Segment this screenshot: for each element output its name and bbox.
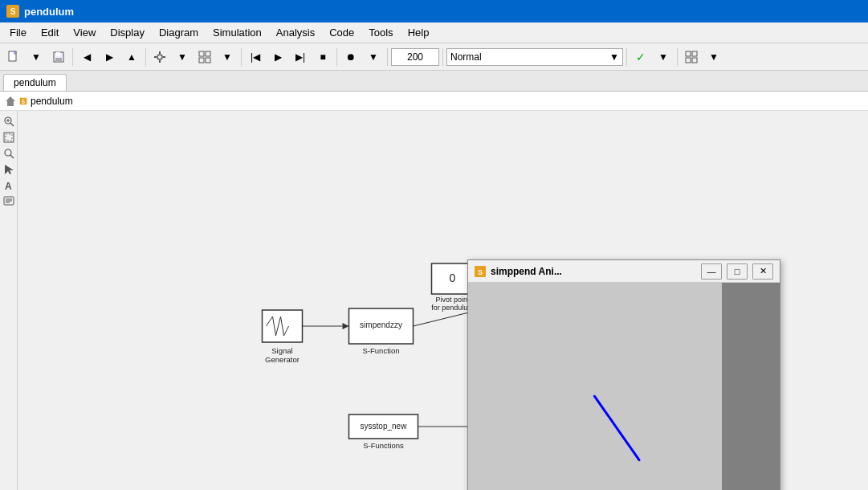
svg-text:S: S [478, 268, 483, 276]
sim-time-input[interactable] [391, 48, 439, 66]
tab-pendulum[interactable]: pendulum [3, 74, 67, 91]
svg-marker-19 [6, 96, 15, 106]
blocks-button[interactable] [194, 47, 215, 67]
blocks-dropdown[interactable]: ▼ [217, 47, 238, 67]
svg-text:Pivot point: Pivot point [435, 296, 470, 304]
toolbar-sep-7 [626, 48, 627, 66]
settings-button[interactable] [149, 47, 170, 67]
menu-edit[interactable]: Edit [35, 25, 65, 40]
svg-rect-17 [686, 58, 691, 63]
svg-rect-10 [163, 56, 165, 58]
svg-rect-40 [349, 308, 414, 344]
popup-titlebar: S simppend Ani... — □ ✕ [468, 260, 780, 283]
zoom-in-tool[interactable] [2, 114, 16, 129]
svg-text:S-Functions: S-Functions [363, 441, 404, 450]
svg-line-23 [10, 123, 14, 126]
svg-rect-66 [349, 414, 418, 439]
svg-rect-12 [206, 51, 210, 56]
up-button[interactable]: ▲ [121, 47, 142, 67]
record-dropdown[interactable]: ▼ [363, 47, 384, 67]
svg-rect-5 [56, 52, 60, 55]
menu-simulation[interactable]: Simulation [206, 25, 268, 40]
animation-canvas [468, 283, 722, 490]
svg-rect-27 [6, 134, 12, 141]
sim-mode-label: Normal [450, 51, 482, 63]
record-button[interactable]: ⏺ [340, 47, 361, 67]
svg-text:sysstop_new: sysstop_new [361, 422, 408, 431]
menu-view[interactable]: View [67, 25, 102, 40]
fit-tool[interactable] [2, 130, 16, 145]
svg-text:S-Function: S-Function [363, 346, 400, 355]
svg-text:0: 0 [450, 272, 456, 284]
svg-rect-11 [199, 51, 204, 56]
check-button[interactable]: ✓ [630, 47, 651, 67]
text-tool[interactable]: A [2, 178, 16, 193]
svg-text:Generator: Generator [265, 355, 300, 364]
menu-file[interactable]: File [3, 25, 33, 40]
svg-rect-18 [692, 58, 697, 63]
toolbar-sep-8 [677, 48, 678, 66]
check-dropdown[interactable]: ▼ [653, 47, 674, 67]
popup-sidebar [722, 283, 780, 490]
breadcrumb-pendulum[interactable]: pendulum [31, 96, 73, 107]
svg-rect-9 [154, 56, 157, 58]
svg-marker-30 [5, 165, 14, 174]
menu-display[interactable]: Display [104, 25, 151, 40]
svg-rect-14 [206, 58, 210, 63]
grid-button[interactable] [681, 47, 702, 67]
popup-icon: S [475, 266, 486, 277]
home-icon [5, 96, 16, 107]
window-title: pendulum [24, 6, 862, 18]
svg-line-29 [10, 155, 14, 158]
toolbar-dropdown-btn[interactable]: ▼ [26, 47, 47, 67]
toolbar-sep-4 [336, 48, 337, 66]
grid-dropdown[interactable]: ▼ [703, 47, 724, 67]
toolbar-sep-5 [387, 48, 388, 66]
svg-rect-8 [159, 60, 161, 63]
svg-marker-39 [343, 323, 349, 329]
magnify-tool[interactable] [2, 146, 16, 161]
svg-text:Signal: Signal [271, 346, 292, 355]
toolbar-sep-1 [72, 48, 73, 66]
menu-analysis[interactable]: Analysis [270, 25, 321, 40]
step-back-button[interactable]: |◀ [245, 47, 266, 67]
svg-rect-15 [686, 51, 691, 56]
breadcrumb-icon: S [19, 97, 27, 105]
popup-content [468, 283, 780, 490]
svg-text:A: A [5, 181, 12, 191]
new-button[interactable] [3, 47, 24, 67]
svg-rect-16 [692, 51, 697, 56]
sim-mode-dropdown[interactable]: Normal ▼ [446, 48, 623, 66]
minimize-button[interactable]: — [701, 263, 722, 280]
popup-title: simppend Ani... [491, 266, 696, 277]
save-button[interactable] [48, 47, 69, 67]
app-icon: S [6, 5, 19, 18]
back-button[interactable]: ◀ [76, 47, 97, 67]
svg-point-6 [157, 55, 162, 59]
svg-text:simpendzzy: simpendzzy [360, 321, 402, 329]
comment-tool[interactable] [2, 194, 16, 209]
maximize-button[interactable]: □ [727, 263, 748, 280]
play-button[interactable]: ▶ [267, 47, 288, 67]
sim-mode-arrow: ▼ [609, 51, 619, 63]
menu-bar: File Edit View Display Diagram Simulatio… [0, 22, 868, 43]
popup-close-button[interactable]: ✕ [752, 263, 773, 280]
step-forward-button[interactable]: ▶| [290, 47, 311, 67]
stop-button[interactable]: ■ [312, 47, 333, 67]
menu-tools[interactable]: Tools [362, 25, 399, 40]
main-area: A Signal Generator simpendzzy S-Function… [0, 111, 868, 490]
svg-text:S: S [10, 7, 16, 16]
settings-dropdown[interactable]: ▼ [172, 47, 193, 67]
animation-popup: S simppend Ani... — □ ✕ Close [467, 259, 780, 490]
menu-diagram[interactable]: Diagram [153, 25, 205, 40]
toolbar: ▼ ◀ ▶ ▲ ▼ ▼ |◀ ▶ ▶| ■ ⏺ ▼ Normal ▼ ✓ ▼ ▼ [0, 43, 868, 71]
arrow-tool[interactable] [2, 162, 16, 177]
signal-gen-block [263, 310, 303, 342]
menu-code[interactable]: Code [323, 25, 361, 40]
menu-help[interactable]: Help [401, 25, 436, 40]
forward-button[interactable]: ▶ [99, 47, 120, 67]
toolbar-sep-2 [145, 48, 146, 66]
svg-rect-4 [55, 58, 62, 62]
svg-rect-13 [199, 58, 204, 63]
svg-point-28 [5, 149, 11, 156]
